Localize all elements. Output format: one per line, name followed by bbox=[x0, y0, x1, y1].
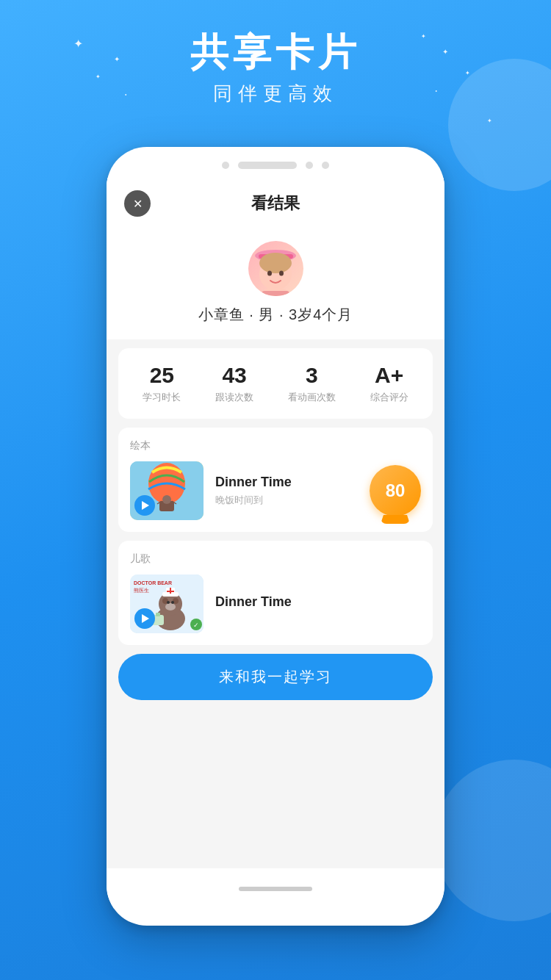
play-button-bear[interactable] bbox=[134, 608, 155, 629]
stat-value-study: 25 bbox=[143, 363, 181, 388]
svg-text:DOCTOR BEAR: DOCTOR BEAR bbox=[134, 580, 172, 586]
svg-text:✓: ✓ bbox=[193, 621, 199, 629]
svg-point-4 bbox=[267, 271, 272, 276]
book-title-dinner: Dinner Time bbox=[215, 475, 358, 490]
profile-section: 小章鱼 · 男 · 3岁4个月 bbox=[107, 226, 444, 339]
avatar bbox=[248, 241, 303, 296]
svg-point-24 bbox=[167, 601, 170, 604]
song-title-dinner: Dinner Time bbox=[215, 594, 421, 610]
svg-rect-31 bbox=[156, 613, 160, 616]
svg-point-23 bbox=[165, 603, 176, 610]
home-indicator bbox=[239, 887, 312, 891]
svg-rect-29 bbox=[167, 591, 174, 592]
song-info-dinner: Dinner Time bbox=[215, 594, 421, 613]
stat-label-study: 学习时长 bbox=[143, 391, 181, 404]
svg-point-25 bbox=[171, 601, 174, 604]
header-area: 共享卡片 同伴更高效 bbox=[0, 29, 551, 107]
score-number: 80 bbox=[386, 480, 406, 501]
song-item-doctor-bear[interactable]: DOCTOR BEAR 熊医生 bbox=[130, 574, 421, 633]
phone-dot-3 bbox=[322, 162, 329, 169]
phone-pill bbox=[238, 162, 297, 169]
phone-screen: 看结果 bbox=[107, 178, 444, 868]
phone-outer: 看结果 bbox=[107, 147, 444, 926]
book-item-dinner-time[interactable]: Dinner Time 晚饭时间到 80 bbox=[130, 461, 421, 520]
stat-label-animation: 看动画次数 bbox=[288, 391, 336, 404]
svg-point-14 bbox=[163, 497, 166, 500]
svg-text:熊医生: 熊医生 bbox=[134, 588, 149, 594]
phone-dot-1 bbox=[222, 162, 229, 169]
play-icon-bear bbox=[142, 614, 149, 623]
stat-study-time: 25 学习时长 bbox=[143, 363, 181, 404]
score-badge: 80 bbox=[370, 465, 421, 516]
svg-rect-7 bbox=[262, 291, 289, 296]
picture-book-section: 绘本 bbox=[118, 428, 433, 532]
phone-dot-2 bbox=[306, 162, 313, 169]
cta-section: 来和我一起学习 bbox=[107, 654, 444, 700]
header-subtitle: 同伴更高效 bbox=[0, 81, 551, 107]
phone-top-bar bbox=[107, 147, 444, 178]
stat-grade: A+ 综合评分 bbox=[370, 363, 408, 404]
screen-title: 看结果 bbox=[251, 192, 300, 215]
stat-value-grade: A+ bbox=[370, 363, 408, 388]
book-thumbnail-balloon bbox=[130, 461, 204, 520]
picture-book-label: 绘本 bbox=[130, 439, 421, 453]
play-icon bbox=[142, 501, 149, 510]
stat-label-reading: 跟读次数 bbox=[215, 391, 253, 404]
screen-header: 看结果 bbox=[107, 178, 444, 226]
phone-mockup: 看结果 bbox=[107, 147, 444, 926]
close-button[interactable] bbox=[124, 190, 151, 217]
song-section: 儿歌 DOCTOR BEAR 熊医生 bbox=[118, 541, 433, 645]
play-button-balloon[interactable] bbox=[134, 495, 155, 516]
svg-point-3 bbox=[259, 253, 292, 273]
profile-name: 小章鱼 · 男 · 3岁4个月 bbox=[198, 305, 353, 325]
stat-value-animation: 3 bbox=[288, 363, 336, 388]
svg-point-13 bbox=[162, 495, 171, 504]
book-thumbnail-bear: DOCTOR BEAR 熊医生 bbox=[130, 574, 204, 633]
song-label: 儿歌 bbox=[130, 552, 421, 566]
stat-value-reading: 43 bbox=[215, 363, 253, 388]
stat-reading: 43 跟读次数 bbox=[215, 363, 253, 404]
book-subtitle-dinner: 晚饭时间到 bbox=[215, 494, 358, 507]
stat-animation: 3 看动画次数 bbox=[288, 363, 336, 404]
stat-label-grade: 综合评分 bbox=[370, 391, 408, 404]
cta-button[interactable]: 来和我一起学习 bbox=[118, 654, 433, 700]
svg-point-15 bbox=[168, 497, 170, 500]
book-info-dinner: Dinner Time 晚饭时间到 bbox=[215, 475, 358, 507]
svg-point-5 bbox=[279, 271, 284, 276]
header-title: 共享卡片 bbox=[0, 29, 551, 75]
avatar-svg bbox=[248, 241, 303, 296]
stats-section: 25 学习时长 43 跟读次数 3 看动画次数 A+ 综合评分 bbox=[118, 348, 433, 419]
phone-bottom-bar bbox=[107, 868, 444, 909]
